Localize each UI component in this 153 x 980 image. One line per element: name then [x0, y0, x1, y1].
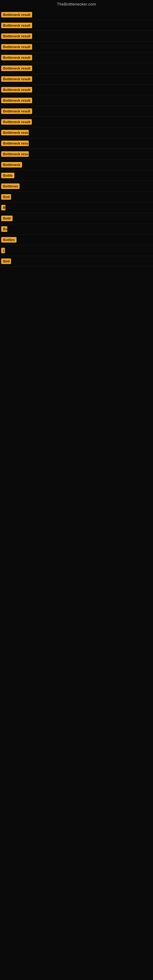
bottleneck-badge[interactable]: Bottleneck result [1, 108, 32, 114]
bottleneck-badge[interactable]: | [1, 248, 5, 253]
bottleneck-badge[interactable]: Bottleneck result [1, 76, 32, 82]
site-title: TheBottlenecker.com [0, 0, 153, 10]
list-item: Bottleneck result [0, 106, 153, 117]
list-item: B [0, 202, 153, 213]
bottleneck-badge[interactable]: Bottleneck resu [1, 151, 29, 157]
items-container: Bottleneck resultBottleneck resultBottle… [0, 10, 153, 267]
list-item: Bottleneck result [0, 117, 153, 127]
list-item: Bottleneck result [0, 41, 153, 52]
bottleneck-badge[interactable]: Bottlenec [1, 183, 19, 189]
bottleneck-badge[interactable]: Bottleneck result [1, 23, 32, 28]
list-item: Bottleneck result [0, 95, 153, 106]
list-item: Bottle [0, 170, 153, 181]
bottleneck-badge[interactable]: Bo [1, 226, 7, 232]
bottleneck-badge[interactable]: Bottleneck result [1, 55, 32, 60]
list-item: Bo [0, 224, 153, 235]
list-item: Bottlen [0, 235, 153, 245]
list-item: | [0, 245, 153, 256]
list-item: Bottl [0, 213, 153, 224]
list-item: Bottleneck result [0, 63, 153, 74]
list-item: Bottleneck result [0, 10, 153, 20]
bottleneck-badge[interactable]: Bottleneck result [1, 33, 32, 39]
bottleneck-badge[interactable]: B [1, 205, 5, 210]
bottleneck-badge[interactable]: Bottleneck resu [1, 140, 29, 146]
bottleneck-badge[interactable]: Bottleneck result [1, 12, 32, 18]
list-item: Bottleneck result [0, 74, 153, 84]
list-item: Bottleneck resu [0, 149, 153, 159]
bottleneck-badge[interactable]: Bottl [1, 216, 13, 221]
bottleneck-badge[interactable]: Bottleneck result [1, 87, 32, 92]
bottleneck-badge[interactable]: Bottleneck result [1, 98, 32, 103]
list-item: Bottleneck resu [0, 127, 153, 138]
list-item: Bottleneck result [0, 84, 153, 95]
bottleneck-badge[interactable]: Bottleneck [1, 162, 22, 167]
list-item: Bottleneck result [0, 31, 153, 41]
bottleneck-badge[interactable]: Bottleneck resu [1, 130, 29, 135]
list-item: Bottleneck resu [0, 138, 153, 149]
list-item: Bottleneck [0, 159, 153, 170]
bottleneck-badge[interactable]: Bottleneck result [1, 44, 32, 49]
bottleneck-badge[interactable]: Bottlen [1, 237, 16, 243]
site-title-container: TheBottlenecker.com [0, 0, 153, 10]
list-item: Bottleneck result [0, 20, 153, 31]
bottleneck-badge[interactable]: Bott [1, 194, 11, 200]
bottleneck-badge[interactable]: Bottleneck result [1, 119, 32, 125]
bottleneck-badge[interactable]: Bottleneck result [1, 65, 32, 71]
list-item: Bott [0, 192, 153, 202]
list-item: Bottleneck result [0, 52, 153, 63]
bottleneck-badge[interactable]: Bott [1, 258, 11, 264]
list-item: Bottlenec [0, 181, 153, 192]
bottleneck-badge[interactable]: Bottle [1, 173, 14, 178]
list-item: Bott [0, 256, 153, 267]
